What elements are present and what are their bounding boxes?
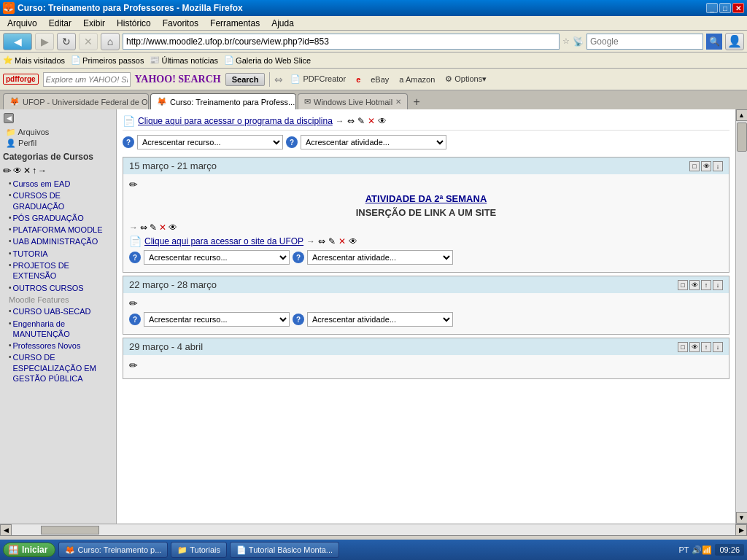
week-eye-2[interactable]: 👁 (689, 280, 700, 290)
menu-favoritos[interactable]: Favoritos (158, 18, 203, 29)
edit-w1[interactable]: ✎ (150, 222, 157, 233)
hscroll-right-btn[interactable]: ▶ (735, 524, 747, 536)
week-eye-1[interactable]: 👁 (701, 161, 711, 171)
sidebar-item-cursos-grad[interactable]: • CURSOS DE GRADUAÇÃO (3, 190, 113, 212)
help-icon-resource-top[interactable]: ? (123, 136, 134, 148)
resource-select-top[interactable]: Acrescentar recurso... (137, 135, 283, 149)
week-down-3[interactable]: ↓ (713, 342, 723, 352)
scroll-up-btn[interactable]: ▲ (736, 109, 748, 121)
edit-link-w1[interactable]: ✎ (328, 236, 336, 246)
search-input[interactable] (587, 34, 703, 50)
menu-arquivo[interactable]: Arquivo (3, 18, 42, 29)
new-tab-btn[interactable]: + (409, 95, 424, 109)
forward-btn[interactable]: ▶ (35, 33, 54, 50)
bookmark-galeria[interactable]: 📄 Galeria do Web Slice (224, 55, 311, 65)
scroll-down-btn[interactable]: ▼ (736, 512, 748, 524)
taskbar-btn-tutorial-basico[interactable]: 📄 Tutorial Básico Monta... (230, 542, 339, 558)
week-toggle-2[interactable]: □ (678, 280, 688, 290)
tab-close-3[interactable]: ✕ (395, 98, 401, 106)
help-icon-activity-top[interactable]: ? (286, 136, 298, 148)
refresh-btn[interactable]: ↻ (57, 33, 76, 50)
activity-select-w2[interactable]: Acrescentar atividade... (307, 312, 453, 327)
sidebar-item-projetos[interactable]: • PROJETOS DE EXTENSÃO (3, 260, 113, 282)
sidebar-item-pos-grad[interactable]: • PÓS GRADUAÇÃO (3, 212, 113, 224)
eye-icon-1[interactable]: 👁 (378, 116, 387, 126)
week-up-2[interactable]: ↑ (701, 280, 711, 290)
move-link-w1[interactable]: ⇔ (318, 236, 325, 246)
sidebar-item-curso-uab[interactable]: • CURSO UAB-SECAD (3, 306, 113, 317)
options-btn[interactable]: ⚙ Options▾ (442, 73, 489, 85)
del-link-w1[interactable]: ✕ (338, 236, 346, 246)
sidebar-item-cursos-ead[interactable]: • Cursos em EAD (3, 178, 113, 190)
help-icon-w1-res[interactable]: ? (129, 252, 141, 263)
bookmark-mais-visitados[interactable]: ⭐ Mais visitados (3, 55, 65, 65)
minimize-btn[interactable]: _ (706, 3, 718, 13)
move-w1[interactable]: ⇔ (140, 222, 147, 233)
tab-treinamento[interactable]: 🦊 Curso: Treinamento para Profess... ✕ (150, 93, 296, 109)
search-go-btn[interactable]: 🔍 (706, 34, 722, 50)
sidebar-x-icon[interactable]: ✕ (23, 166, 31, 176)
tab-hotmail[interactable]: ✉ Windows Live Hotmail ✕ (298, 93, 408, 109)
profile-btn[interactable]: 👤 (725, 33, 744, 50)
bookmark-primeiros-passos[interactable]: 📄 Primeiros passos (71, 55, 144, 65)
help-icon-w2-act[interactable]: ? (293, 314, 304, 325)
sidebar-item-engenharia[interactable]: • Engenharia de MANUTENÇÃO (3, 318, 113, 341)
eye-w1[interactable]: 👁 (169, 222, 177, 233)
stop-btn[interactable]: ✕ (79, 33, 98, 50)
taskbar-btn-tutoriais[interactable]: 📁 Tutoriais (171, 542, 227, 558)
pdfcreator-btn[interactable]: 📄 PDFCreator (287, 73, 349, 85)
help-icon-w1-act[interactable]: ? (293, 252, 304, 263)
tab-ufop[interactable]: 🦊 UFOP - Universidade Federal de Ouro P.… (3, 93, 149, 109)
help-icon-w2-res[interactable]: ? (129, 314, 141, 325)
sidebar-item-uab-admin[interactable]: • UAB ADMINISTRAÇÃO (3, 236, 113, 247)
top-program-link[interactable]: Clique aqui para acessar o programa da d… (138, 116, 333, 126)
bookmark-ultimas-noticias[interactable]: 📰 Últimas notícias (150, 55, 218, 65)
ebay-btn[interactable]: e (353, 74, 363, 85)
sidebar-arquivos[interactable]: 📁 Arquivos (3, 127, 113, 138)
del-w1[interactable]: ✕ (159, 222, 166, 233)
week-eye-3[interactable]: 👁 (689, 342, 700, 352)
menu-exibir[interactable]: Exibir (79, 18, 109, 29)
week-toggle-1[interactable]: □ (689, 161, 700, 171)
edit-pen-icon-1[interactable]: ✏ (129, 179, 138, 190)
activity-title-1[interactable]: ATIVIDADE DA 2ª SEMANA (129, 193, 723, 204)
eye-link-w1[interactable]: 👁 (349, 236, 357, 246)
taskbar-btn-firefox[interactable]: 🦊 Curso: Treinamento p... (58, 542, 168, 558)
url-input[interactable] (123, 34, 560, 50)
sidebar-item-plataforma[interactable]: • PLATAFORMA MOODLE (3, 224, 113, 236)
sidebar-perfil[interactable]: 👤 Perfil (3, 138, 113, 149)
sidebar-right-icon[interactable]: → (38, 166, 47, 176)
sidebar-item-professores[interactable]: • Professores Novos (3, 340, 113, 351)
sidebar-edit-icon[interactable]: ✏ (3, 165, 12, 176)
maximize-btn[interactable]: □ (719, 3, 731, 13)
menu-ajuda[interactable]: Ajuda (267, 18, 298, 29)
star-icon[interactable]: ☆ (562, 36, 570, 46)
sidebar-item-especializacao[interactable]: • CURSO DE ESPECIALIZAÇÃO EM GESTÃO PÚBL… (3, 351, 113, 384)
scroll-thumb[interactable] (737, 122, 747, 152)
activity-select-w1[interactable]: Acrescentar atividade... (307, 250, 453, 265)
hscroll-left-btn[interactable]: ◀ (0, 524, 12, 536)
week-toggle-3[interactable]: □ (678, 342, 688, 352)
week-down-2[interactable]: ↓ (713, 280, 723, 290)
week1-link[interactable]: Clique aqui para acessar o site da UFOP (144, 236, 303, 246)
back-btn[interactable]: ◀ (3, 33, 32, 50)
sidebar-item-tutoria[interactable]: • TUTORIA (3, 248, 113, 260)
close-btn[interactable]: ✕ (732, 3, 744, 13)
edit-pen-icon-3[interactable]: ✏ (129, 359, 138, 371)
yahoo-search-input[interactable] (43, 72, 131, 87)
activity-select-top[interactable]: Acrescentar atividade... (301, 135, 446, 149)
amazon-btn[interactable]: a Amazon (396, 74, 438, 85)
week-up-3[interactable]: ↑ (701, 342, 711, 352)
menu-ferramentas[interactable]: Ferramentas (206, 18, 264, 29)
resource-select-w1[interactable]: Acrescentar recurso... (144, 250, 290, 265)
home-btn[interactable]: ⌂ (101, 33, 120, 50)
hscroll-thumb[interactable] (41, 526, 99, 534)
sidebar-item-outros[interactable]: • OUTROS CURSOS (3, 282, 113, 294)
edit-pen-icon-2[interactable]: ✏ (129, 298, 138, 309)
yahoo-search-btn[interactable]: Search (225, 73, 266, 86)
menu-historico[interactable]: Histórico (112, 18, 155, 29)
move-icon-1[interactable]: ⇔ (347, 116, 355, 126)
sidebar-eye-icon[interactable]: 👁 (13, 166, 22, 176)
start-btn[interactable]: 🪟 Iniciar (3, 542, 55, 557)
resource-select-w2[interactable]: Acrescentar recurso... (144, 312, 290, 327)
